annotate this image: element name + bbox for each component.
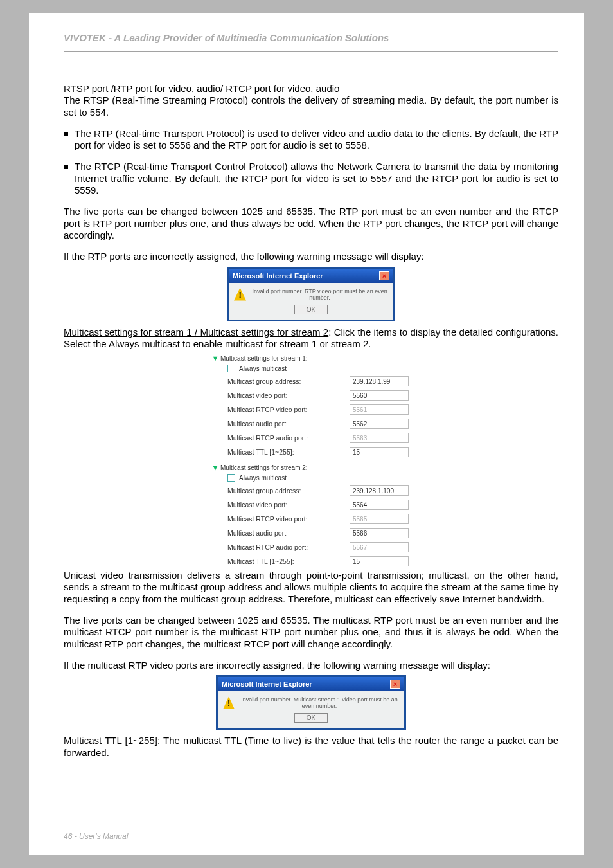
rtcp-video-port-input: 5561 (350, 404, 409, 415)
field-label: Multicast video port: (227, 501, 350, 509)
group-address-input[interactable]: 239.128.1.100 (350, 485, 409, 496)
paragraph: The RTSP (Real-Time Streaming Protocol) … (64, 95, 558, 117)
multicast-settings-panel: ▾ Multicast settings for stream 1: Alway… (213, 354, 409, 568)
expand-icon: ▾ (213, 463, 217, 472)
square-bullet-icon (64, 132, 68, 136)
checkbox-label: Always multicast (239, 365, 287, 372)
field-label: Multicast TTL [1~255]: (227, 557, 350, 565)
warning-icon (234, 288, 246, 301)
paragraph: Unicast video transmission delivers a st… (64, 570, 558, 605)
dialog-titlebar: Microsoft Internet Explorer × (229, 269, 393, 283)
ok-button[interactable]: OK (294, 713, 328, 723)
page-footer: 46 - User's Manual (64, 832, 128, 841)
stream1-title: Multicast settings for stream 1: (220, 355, 308, 362)
field-label: Multicast RTCP audio port: (227, 543, 350, 551)
paragraph: If the multicast RTP video ports are inc… (64, 660, 558, 671)
video-port-input[interactable]: 5564 (350, 500, 409, 510)
paragraph: The RTCP (Real-time Transport Control Pr… (75, 161, 558, 196)
field-label: Multicast RTCP video port: (227, 406, 350, 413)
dialog-message: Invalid port number. Multicast stream 1 … (240, 696, 399, 709)
always-multicast-checkbox[interactable] (227, 365, 235, 372)
expand-icon: ▾ (213, 354, 217, 363)
field-label: Multicast group address: (227, 377, 350, 385)
warning-icon (223, 696, 235, 709)
square-bullet-icon (64, 165, 68, 169)
close-icon[interactable]: × (379, 271, 389, 280)
field-label: Multicast video port: (227, 392, 350, 399)
audio-port-input[interactable]: 5566 (350, 528, 409, 538)
bullet-rtcp: The RTCP (Real-time Transport Control Pr… (64, 161, 558, 196)
checkbox-label: Always multicast (239, 475, 287, 482)
dialog-message: Invalid port number. RTP video port must… (251, 288, 388, 301)
bullet-rtp: The RTP (Real-time Transport Protocol) i… (64, 128, 558, 152)
paragraph: Multicast TTL [1~255]: The multicast TTL… (64, 735, 558, 759)
paragraph: The five ports can be changed between 10… (64, 206, 558, 241)
field-label: Multicast group address: (227, 487, 350, 494)
field-label: Multicast audio port: (227, 529, 350, 537)
section-multicast-intro: Multicast settings for stream 1 / Multic… (64, 327, 558, 350)
section-title: RTSP port /RTP port for video, audio/ RT… (64, 83, 339, 94)
field-label: Multicast RTCP video port: (227, 515, 350, 523)
group-address-input[interactable]: 239.128.1.99 (350, 376, 409, 386)
rtcp-audio-port-input: 5567 (350, 542, 409, 552)
warning-dialog: Microsoft Internet Explorer × Invalid po… (216, 675, 406, 730)
paragraph: If the RTP ports are incorrectly assigne… (64, 251, 558, 262)
dialog-titlebar: Microsoft Internet Explorer × (218, 677, 404, 691)
field-label: Multicast TTL [1~255]: (227, 448, 350, 456)
field-label: Multicast RTCP audio port: (227, 434, 350, 442)
dialog-title: Microsoft Internet Explorer (222, 680, 312, 688)
dialog-title: Microsoft Internet Explorer (233, 272, 323, 280)
paragraph: The five ports can be changed between 10… (64, 615, 558, 650)
ok-button[interactable]: OK (294, 305, 328, 314)
ttl-input[interactable]: 15 (350, 447, 409, 457)
video-port-input[interactable]: 5560 (350, 390, 409, 401)
warning-dialog: Microsoft Internet Explorer × Invalid po… (227, 267, 395, 321)
stream2-title: Multicast settings for stream 2: (220, 464, 308, 471)
close-icon[interactable]: × (390, 680, 400, 689)
rtcp-video-port-input: 5565 (350, 514, 409, 524)
paragraph: The RTP (Real-time Transport Protocol) i… (75, 128, 558, 152)
rtcp-audio-port-input: 5563 (350, 433, 409, 443)
section-title: Multicast settings for stream 1 / Multic… (64, 327, 328, 338)
section-rtsp: RTSP port /RTP port for video, audio/ RT… (64, 83, 558, 118)
page: VIVOTEK - A Leading Provider of Multimed… (29, 13, 584, 855)
audio-port-input[interactable]: 5562 (350, 419, 409, 429)
document-header: VIVOTEK - A Leading Provider of Multimed… (64, 32, 558, 52)
stream1-header[interactable]: ▾ Multicast settings for stream 1: (213, 354, 409, 363)
ttl-input[interactable]: 15 (350, 556, 409, 566)
field-label: Multicast audio port: (227, 420, 350, 428)
always-multicast-checkbox[interactable] (227, 474, 235, 482)
stream2-header[interactable]: ▾ Multicast settings for stream 2: (213, 463, 409, 472)
